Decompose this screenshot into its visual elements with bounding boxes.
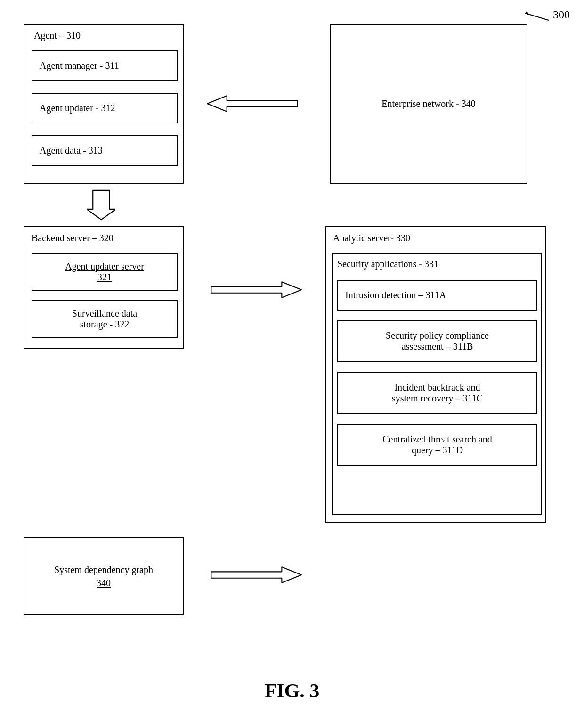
arrow-backend-analytic-svg xyxy=(188,278,320,302)
svg-marker-4 xyxy=(211,282,301,297)
sdg-number: 340 xyxy=(97,578,111,588)
arrow-down-agent-svg xyxy=(87,186,115,224)
arrow-enterprise-to-agent xyxy=(188,92,320,115)
backend-box: Backend server – 320 Agent updater serve… xyxy=(24,226,184,349)
agent-updater-box: Agent updater - 312 xyxy=(32,93,178,123)
agent-manager-box: Agent manager - 311 xyxy=(32,50,178,81)
incident-box: Incident backtrack andsystem recovery – … xyxy=(337,372,537,414)
backend-storage-box: Surveillance datastorage - 322 xyxy=(32,300,178,338)
sdg-label: System dependency graph340 xyxy=(54,563,153,589)
enterprise-label: Enterprise network - 340 xyxy=(381,98,475,109)
incident-label: Incident backtrack andsystem recovery – … xyxy=(392,382,483,404)
policy-label: Security policy complianceassessment – 3… xyxy=(386,330,489,352)
agent-updater-label: Agent updater - 312 xyxy=(40,103,115,114)
arrow-sdg-to-analytic xyxy=(188,563,320,587)
svg-marker-1 xyxy=(525,11,529,15)
figure-number: 300 xyxy=(553,8,570,21)
fig-label: FIG. 3 xyxy=(0,679,584,702)
agent-data-label: Agent data - 313 xyxy=(40,145,103,156)
arrow-down-agent xyxy=(87,186,115,224)
svg-marker-3 xyxy=(87,190,115,220)
intrusion-label: Intrusion detection – 311A xyxy=(345,290,446,301)
arrow-300-svg xyxy=(520,8,558,25)
analytic-label: Analytic server- 330 xyxy=(333,233,410,244)
intrusion-box: Intrusion detection – 311A xyxy=(337,280,537,311)
analytic-box: Analytic server- 330 Security applicatio… xyxy=(325,226,546,523)
backend-updater-server-box: Agent updater server321 xyxy=(32,253,178,291)
enterprise-box: Enterprise network - 340 xyxy=(330,24,527,184)
sdg-box: System dependency graph340 xyxy=(24,537,184,615)
agent-manager-label: Agent manager - 311 xyxy=(40,60,119,71)
backend-storage-label: Surveillance datastorage - 322 xyxy=(72,308,137,330)
agent-data-box: Agent data - 313 xyxy=(32,135,178,166)
svg-marker-2 xyxy=(207,96,298,111)
backend-updater-server-label: Agent updater server321 xyxy=(65,261,144,283)
policy-box: Security policy complianceassessment – 3… xyxy=(337,320,537,362)
security-apps-box: Security applications - 331 Intrusion de… xyxy=(332,253,542,515)
backend-label: Backend server – 320 xyxy=(32,233,114,244)
agent-label: Agent – 310 xyxy=(34,30,81,41)
security-apps-label: Security applications - 331 xyxy=(337,259,438,270)
arrow-backend-to-analytic xyxy=(188,278,320,302)
diagram: 300 Agent – 310 Agent manager - 311 Agen… xyxy=(0,0,584,728)
agent-box: Agent – 310 Agent manager - 311 Agent up… xyxy=(24,24,184,184)
centralized-box: Centralized threat search andquery – 311… xyxy=(337,424,537,466)
svg-line-0 xyxy=(525,13,549,20)
centralized-label: Centralized threat search andquery – 311… xyxy=(382,434,492,456)
arrow-sdg-analytic-svg xyxy=(188,563,320,587)
arrow-enterprise-agent-svg xyxy=(188,92,320,115)
svg-marker-5 xyxy=(211,567,301,582)
